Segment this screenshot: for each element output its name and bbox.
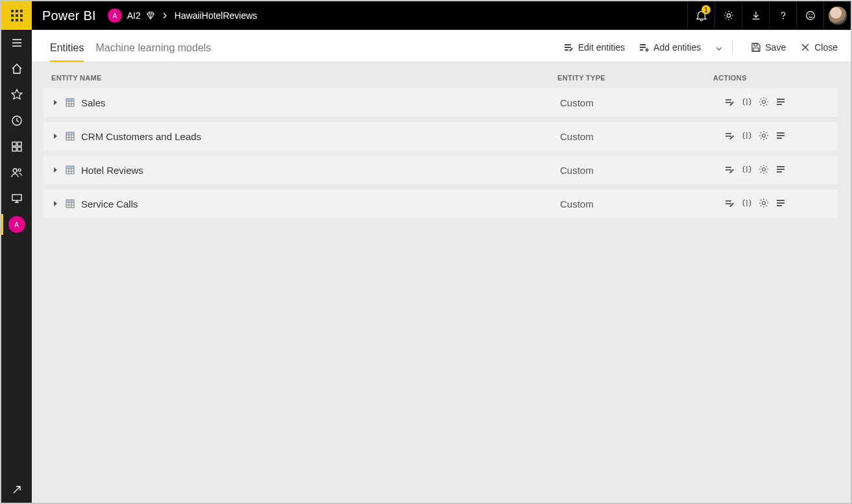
smile-icon xyxy=(805,10,816,21)
svg-rect-8 xyxy=(20,19,23,21)
action-edit-button[interactable] xyxy=(725,164,735,176)
action-edit-button[interactable] xyxy=(725,198,735,210)
entity-name: Service Calls xyxy=(79,198,560,210)
list-icon xyxy=(775,130,786,141)
gear-icon xyxy=(759,198,769,208)
left-nav-rail: A xyxy=(1,30,32,503)
action-properties-button[interactable] xyxy=(775,97,786,109)
nav-recent[interactable] xyxy=(1,108,32,134)
svg-point-12 xyxy=(808,14,809,15)
settings-button[interactable] xyxy=(714,1,742,30)
gear-icon xyxy=(759,130,769,141)
tab-entities[interactable]: Entities xyxy=(50,42,84,62)
close-label: Close xyxy=(814,42,838,53)
svg-rect-51 xyxy=(777,166,785,167)
entity-type: Custom xyxy=(560,165,716,176)
notifications-button[interactable]: 1 xyxy=(687,1,714,30)
home-icon xyxy=(10,62,23,75)
add-entities-icon xyxy=(639,42,650,53)
svg-point-10 xyxy=(783,18,784,19)
expand-toggle[interactable] xyxy=(49,200,62,207)
action-edit-button[interactable] xyxy=(725,97,735,109)
svg-rect-61 xyxy=(777,205,782,206)
action-properties-button[interactable] xyxy=(775,198,786,210)
nav-favorites[interactable] xyxy=(1,82,32,108)
entity-row[interactable]: Hotel ReviewsCustom xyxy=(43,156,838,184)
entity-row[interactable]: Service CallsCustom xyxy=(43,189,838,218)
add-entities-menu-button[interactable] xyxy=(715,45,723,62)
action-ml-button[interactable] xyxy=(742,97,752,109)
entity-actions xyxy=(716,97,833,109)
close-button[interactable]: Close xyxy=(800,42,838,62)
workspace-name[interactable]: AI2 xyxy=(127,10,141,21)
entity-name: CRM Customers and Leads xyxy=(79,131,560,142)
expand-toggle[interactable] xyxy=(49,133,62,139)
action-settings-button[interactable] xyxy=(759,164,769,176)
add-entities-button[interactable]: Add entities xyxy=(639,42,701,62)
feedback-button[interactable] xyxy=(796,1,823,30)
app-launcher-button[interactable] xyxy=(1,1,32,30)
workspace-badge[interactable]: A xyxy=(108,8,122,23)
action-properties-button[interactable] xyxy=(775,164,786,176)
chevron-right-icon xyxy=(162,12,168,19)
edit-entities-button[interactable]: Edit entities xyxy=(564,42,625,62)
svg-rect-21 xyxy=(12,195,21,200)
svg-rect-33 xyxy=(725,102,731,103)
tab-ml-models[interactable]: Machine learning models xyxy=(95,42,211,62)
hamburger-icon xyxy=(10,36,23,49)
action-settings-button[interactable] xyxy=(759,97,769,109)
entity-type: Custom xyxy=(560,97,716,108)
column-header-name[interactable]: ENTITY NAME xyxy=(51,74,557,82)
action-properties-button[interactable] xyxy=(775,130,786,143)
svg-rect-55 xyxy=(66,200,74,202)
content-toolbar: Entities Machine learning models Edit en… xyxy=(32,30,851,62)
entity-row[interactable]: CRM Customers and LeadsCustom xyxy=(43,122,838,150)
expand-toggle[interactable] xyxy=(49,99,62,106)
svg-rect-53 xyxy=(777,171,782,173)
svg-point-11 xyxy=(806,12,814,20)
action-edit-button[interactable] xyxy=(725,130,735,143)
svg-rect-41 xyxy=(725,136,731,137)
edit-icon xyxy=(725,198,735,208)
nav-toggle-button[interactable] xyxy=(1,30,32,56)
gear-icon xyxy=(723,10,735,21)
brand-label: Power BI xyxy=(42,8,96,23)
nav-expand-button[interactable] xyxy=(1,477,32,503)
nav-shared[interactable] xyxy=(1,160,32,186)
svg-point-34 xyxy=(762,100,766,103)
svg-rect-35 xyxy=(777,99,785,100)
edit-icon xyxy=(725,97,735,107)
svg-rect-15 xyxy=(12,142,16,146)
entity-row[interactable]: SalesCustom xyxy=(43,88,838,117)
edit-icon xyxy=(725,164,735,174)
breadcrumb-current[interactable]: HawaiiHotelReviews xyxy=(175,10,258,21)
column-header-type[interactable]: ENTITY TYPE xyxy=(557,74,713,82)
download-button[interactable] xyxy=(742,1,769,30)
top-bar: Power BI A AI2 HawaiiHotelReviews 1 xyxy=(1,1,851,30)
nav-current-workspace[interactable]: A xyxy=(1,211,32,237)
svg-rect-0 xyxy=(11,10,14,12)
svg-rect-29 xyxy=(753,48,759,51)
caret-right-icon xyxy=(53,99,58,106)
expand-toggle[interactable] xyxy=(49,167,62,173)
workspace-badge-rail: A xyxy=(8,216,25,233)
svg-rect-39 xyxy=(66,132,74,134)
svg-rect-16 xyxy=(18,142,21,146)
action-settings-button[interactable] xyxy=(759,198,769,210)
waffle-icon xyxy=(11,10,23,21)
entity-grid: ENTITY NAME ENTITY TYPE ACTIONS SalesCus… xyxy=(32,62,851,218)
svg-point-13 xyxy=(811,14,812,15)
nav-apps[interactable] xyxy=(1,134,32,160)
save-button[interactable]: Save xyxy=(751,42,786,62)
help-button[interactable] xyxy=(769,1,796,30)
table-icon xyxy=(62,199,79,208)
action-settings-button[interactable] xyxy=(759,130,769,143)
svg-point-50 xyxy=(762,167,766,171)
action-ml-button[interactable] xyxy=(742,130,752,143)
action-ml-button[interactable] xyxy=(742,164,752,176)
action-ml-button[interactable] xyxy=(742,198,752,210)
profile-button[interactable] xyxy=(823,1,851,30)
caret-right-icon xyxy=(53,167,58,173)
nav-home[interactable] xyxy=(1,56,32,82)
nav-workspaces[interactable] xyxy=(1,186,32,211)
